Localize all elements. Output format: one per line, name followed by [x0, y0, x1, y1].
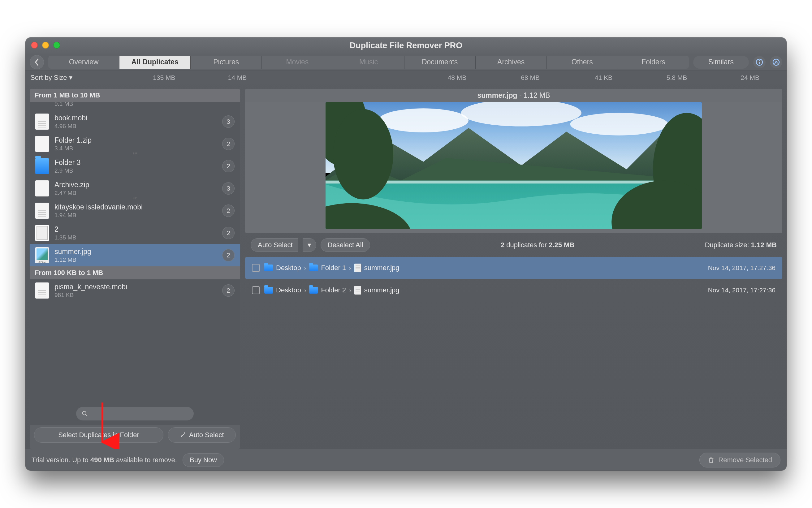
preview-size: 1.12 MB: [524, 91, 550, 99]
titlebar: Duplicate File Remover PRO: [26, 37, 786, 53]
tab-archives[interactable]: Archives: [475, 56, 547, 69]
file-row[interactable]: book.mobi4.96 MB3: [30, 111, 240, 133]
crumb-label: summer.jpg: [364, 286, 399, 294]
toolbar: OverviewAll DuplicatesPicturesMoviesMusi…: [26, 53, 786, 71]
file-list[interactable]: From 1 MB to 10 MB9.1 MBbook.mobi4.96 MB…: [30, 89, 240, 403]
remove-selected-button[interactable]: Remove Selected: [699, 453, 780, 467]
preview-header: summer.jpg - 1.12 MB: [245, 89, 782, 102]
sort-label: Sort by Size: [30, 74, 67, 82]
sort-dropdown[interactable]: Sort by Size ▾: [26, 74, 127, 82]
file-name: book.mobi: [54, 114, 217, 122]
preview-pane: summer.jpg - 1.12 MB: [245, 89, 782, 233]
auto-select-dropdown[interactable]: ▾: [303, 238, 316, 252]
category-size: 14 MB: [201, 74, 274, 81]
file-size: 9.1 MB: [54, 102, 234, 108]
folder-icon: [35, 158, 49, 174]
tab-folders[interactable]: Folders: [618, 56, 689, 69]
file-list-panel: From 1 MB to 10 MB9.1 MBbook.mobi4.96 MB…: [30, 89, 240, 449]
window-title: Duplicate File Remover PRO: [350, 41, 463, 50]
file-name: summer.jpg: [54, 248, 217, 256]
svg-point-13: [333, 109, 393, 200]
tab-documents[interactable]: Documents: [404, 56, 475, 69]
path-breadcrumb: Desktop›Folder 1›summer.jpg: [264, 264, 704, 272]
img-icon: [35, 225, 49, 241]
deselect-all-button[interactable]: Deselect All: [320, 238, 371, 252]
file-name: Folder 1.zip: [54, 136, 217, 144]
zip-icon: ZIP: [35, 136, 49, 152]
category-size: 5.8 MB: [640, 74, 714, 81]
file-row[interactable]: ZIPArchive.zip2.47 MB3: [30, 177, 240, 200]
category-size: [274, 74, 347, 81]
back-button[interactable]: [30, 55, 44, 69]
file-row[interactable]: 9.1 MB: [30, 102, 240, 111]
duplicate-locations: Desktop›Folder 1›summer.jpgNov 14, 2017,…: [245, 257, 782, 301]
preview-image: [326, 102, 702, 229]
file-name: kitayskoe issledovanie.mobi: [54, 203, 217, 211]
auto-select-button[interactable]: Auto Select: [168, 427, 236, 443]
timestamp: Nov 14, 2017, 17:27:36: [708, 264, 775, 271]
crumb-label: summer.jpg: [364, 264, 399, 272]
info-icon[interactable]: [753, 56, 766, 69]
file-row[interactable]: kitayskoe issledovanie.mobi1.94 MB2: [30, 200, 240, 222]
minimize-window-button[interactable]: [42, 42, 49, 49]
timestamp: Nov 14, 2017, 17:27:36: [708, 287, 775, 294]
file-size: 2.47 MB: [54, 189, 217, 197]
duplicate-count: 3: [222, 182, 234, 195]
jpeg-icon: [35, 247, 49, 263]
duplicate-size-label: Duplicate size: 1.12 MB: [705, 241, 777, 249]
crumb-label: Desktop: [276, 264, 301, 272]
select-duplicates-in-folder-button[interactable]: Select Duplicates in Folder: [34, 427, 163, 443]
window-controls: [31, 42, 60, 49]
file-name: Folder 3: [54, 158, 217, 167]
tab-music[interactable]: Music: [333, 56, 404, 69]
file-row[interactable]: ZIPFolder 1.zip3.4 MB2: [30, 133, 240, 155]
file-row[interactable]: pisma_k_neveste.mobi981 KB2: [30, 280, 240, 302]
doc-icon: [35, 203, 49, 219]
tab-pictures[interactable]: Pictures: [190, 56, 261, 69]
auto-select-detail-button[interactable]: Auto Select: [251, 238, 298, 252]
duplicate-count: 2: [222, 160, 234, 172]
duplicate-summary: 2 duplicates for 2.25 MB: [375, 241, 700, 249]
file-row[interactable]: summer.jpg1.12 MB2: [30, 244, 240, 266]
rss-icon[interactable]: [770, 56, 782, 69]
file-name: pisma_k_neveste.mobi: [54, 283, 217, 291]
duplicate-row[interactable]: Desktop›Folder 2›summer.jpgNov 14, 2017,…: [245, 279, 782, 301]
file-row[interactable]: Folder 32.9 MB2: [30, 155, 240, 177]
category-size: 24 MB: [713, 74, 786, 81]
row-checkbox[interactable]: [252, 264, 260, 272]
preview-filename: summer.jpg: [477, 91, 517, 99]
pdf-icon: [35, 102, 49, 108]
file-size: 981 KB: [54, 292, 217, 299]
tab-all-duplicates[interactable]: All Duplicates: [119, 56, 190, 69]
left-actions: Select Duplicates in Folder Auto Select: [30, 425, 240, 449]
duplicate-count: 3: [222, 115, 234, 128]
zoom-window-button[interactable]: [53, 42, 60, 49]
file-row[interactable]: 21.35 MB2: [30, 222, 240, 244]
chevron-right-icon: ›: [349, 264, 351, 271]
close-window-button[interactable]: [31, 42, 38, 49]
search-input[interactable]: [91, 410, 188, 417]
similars-button[interactable]: Similars: [693, 56, 749, 69]
file-name: 2: [54, 225, 217, 234]
file-size: 2.9 MB: [54, 167, 217, 174]
tab-others[interactable]: Others: [547, 56, 618, 69]
folder-icon: [309, 264, 318, 271]
tab-movies[interactable]: Movies: [261, 56, 333, 69]
svg-line-5: [86, 415, 87, 416]
category-size: 68 MB: [494, 74, 567, 81]
buy-now-button[interactable]: Buy Now: [182, 453, 224, 467]
auto-select-label: Auto Select: [189, 431, 224, 439]
svg-point-10: [570, 113, 668, 135]
doc-icon: [35, 114, 49, 130]
tab-overview[interactable]: Overview: [48, 56, 119, 69]
crumb-label: Folder 1: [321, 264, 346, 272]
duplicate-row[interactable]: Desktop›Folder 1›summer.jpgNov 14, 2017,…: [245, 257, 782, 279]
search-box[interactable]: [76, 407, 194, 420]
doc-icon: [35, 283, 49, 299]
detail-toolbar: Auto Select ▾ Deselect All 2 duplicates …: [245, 237, 782, 253]
crumb-label: Folder 2: [321, 286, 346, 294]
row-checkbox[interactable]: [252, 286, 260, 294]
svg-point-3: [773, 59, 779, 65]
category-size: 41 KB: [567, 74, 640, 81]
wand-icon: [180, 432, 186, 438]
